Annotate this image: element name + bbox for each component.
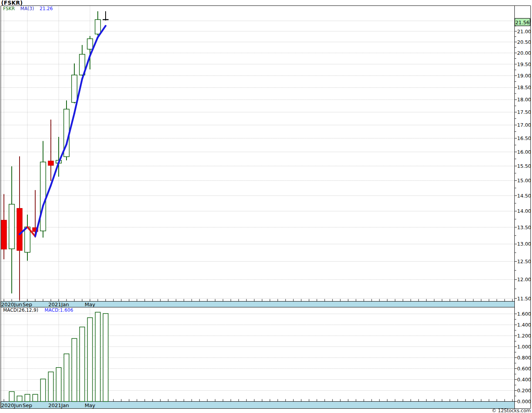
candle-body xyxy=(25,227,30,252)
price-axis-label: 17.00 xyxy=(517,122,531,128)
macd-bar xyxy=(88,318,93,401)
macd-axis-label: 0.800 xyxy=(517,355,531,361)
macd-axis-label: 0.000 xyxy=(517,399,531,404)
candle-body xyxy=(95,20,101,34)
candle-body xyxy=(72,75,77,102)
x-axis-label: Sep xyxy=(23,402,32,408)
symbol-label: FSKR xyxy=(3,6,15,11)
main-chart-legend: FSKR MA(3) 21.26 xyxy=(3,6,53,11)
macd-legend: MACD(26,12,9) MACD:1.606 xyxy=(3,307,73,313)
candle-body xyxy=(17,208,22,251)
x-axis-label: May xyxy=(85,302,95,307)
price-axis-label: 13.00 xyxy=(517,241,531,247)
macd-axis-label: 1.200 xyxy=(517,333,531,339)
price-axis-label: 16.50 xyxy=(517,135,531,141)
macd-axis-label: 1.600 xyxy=(517,311,531,317)
candle-body xyxy=(87,39,93,49)
candle-body xyxy=(40,162,46,231)
macd-axis-label: 0.600 xyxy=(517,366,531,372)
x-axis-label: Sep xyxy=(23,302,32,307)
price-axis-label: 20.00 xyxy=(517,50,531,56)
ma-indicator-value: 21.26 xyxy=(40,6,53,11)
macd-bar xyxy=(56,368,61,402)
macd-bar xyxy=(72,339,77,402)
macd-bar xyxy=(103,314,108,402)
price-axis-label: 21.00 xyxy=(517,29,531,34)
macd-bar xyxy=(49,372,54,402)
macd-bar xyxy=(33,394,38,401)
macd-axis-label: 1.400 xyxy=(517,322,531,328)
macd-bar xyxy=(17,396,22,402)
x-axis-label: 2020Jun xyxy=(1,402,22,408)
macd-params-label: MACD(26,12,9) xyxy=(3,307,38,313)
price-axis-label: 12.50 xyxy=(517,259,531,264)
macd-axis-label: 0.400 xyxy=(517,377,531,382)
macd-bar xyxy=(64,354,69,402)
price-axis-label: 18.00 xyxy=(517,97,531,102)
price-axis-label: 19.00 xyxy=(517,73,531,79)
macd-bar xyxy=(9,391,14,401)
x-axis-label: 2021Jan xyxy=(48,302,69,307)
copyright-watermark: © 12Stocks.com xyxy=(492,408,531,413)
macd-bar xyxy=(95,312,101,401)
macd-value-label: MACD:1.606 xyxy=(45,307,73,313)
macd-bar xyxy=(25,394,30,401)
x-axis-band xyxy=(1,302,515,307)
price-axis-label: 12.00 xyxy=(517,277,531,282)
price-axis-label: 18.50 xyxy=(517,84,531,90)
price-axis-label: 14.50 xyxy=(517,193,531,199)
x-axis-label: 2021Jan xyxy=(48,402,69,408)
price-axis-label: 19.50 xyxy=(517,61,531,67)
ma-indicator-label: MA(3) xyxy=(20,6,34,11)
candle-body xyxy=(1,220,7,249)
chart-canvas: 2020Jun2020JunSepSep2021Jan2021JanMayMay… xyxy=(0,0,532,413)
price-axis-label: 15.00 xyxy=(517,178,531,183)
macd-axis-label: 1.000 xyxy=(517,344,531,350)
x-axis-label: 2020Jun xyxy=(1,302,22,307)
price-axis-label: 11.50 xyxy=(517,296,531,302)
candle-body xyxy=(48,161,54,165)
price-axis-label: 15.50 xyxy=(517,163,531,169)
candle-body xyxy=(9,204,14,249)
macd-bar xyxy=(41,379,46,401)
price-axis-label: 17.50 xyxy=(517,109,531,115)
last-price-value: 21.56 xyxy=(516,20,530,25)
price-axis-label: 14.00 xyxy=(517,208,531,214)
macd-bar xyxy=(80,327,85,401)
x-axis-label: May xyxy=(85,402,95,408)
price-axis-label: 13.50 xyxy=(517,224,531,230)
price-axis-label: 20.50 xyxy=(517,39,531,45)
macd-axis-label: 0.200 xyxy=(517,388,531,393)
x-axis-band xyxy=(1,402,515,409)
stock-chart-page: (FSKR) 2020Jun2020JunSepSep2021Jan2021Ja… xyxy=(0,0,532,413)
price-axis-label: 16.00 xyxy=(517,149,531,155)
